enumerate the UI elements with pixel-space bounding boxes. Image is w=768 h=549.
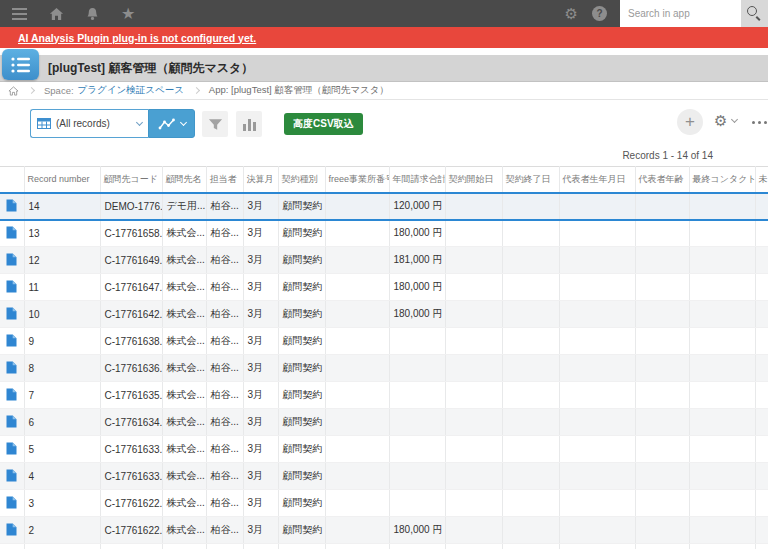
- table-cell: 柏谷...: [206, 328, 243, 355]
- table-cell: [0, 544, 24, 549]
- home-icon[interactable]: [49, 7, 64, 21]
- column-header[interactable]: 契約開始日: [445, 167, 502, 193]
- view-selector-dropdown[interactable]: (All records): [30, 109, 148, 138]
- record-page-icon[interactable]: [6, 473, 17, 484]
- table-cell: 10: [24, 301, 100, 328]
- record-icon-cell[interactable]: [0, 274, 24, 301]
- table-cell: [559, 409, 635, 436]
- table-cell: [635, 328, 689, 355]
- record-page-icon[interactable]: [6, 203, 17, 214]
- column-header[interactable]: 年間請求合計: [389, 167, 445, 193]
- breadcrumb-space-link[interactable]: プラグイン検証スペース: [78, 84, 184, 97]
- record-page-icon[interactable]: [6, 338, 17, 349]
- table-row[interactable]: 7C-17761635...株式会...柏谷...3月顧問契約: [0, 382, 768, 409]
- table-cell: [206, 544, 243, 549]
- table-row[interactable]: 4C-17761633...株式会...柏谷...3月顧問契約: [0, 463, 768, 490]
- table-cell: [325, 220, 389, 247]
- table-cell: 株式会...: [162, 409, 206, 436]
- column-header[interactable]: 担当者: [206, 167, 243, 193]
- table-cell: [325, 382, 389, 409]
- search-input[interactable]: [620, 0, 741, 27]
- record-page-icon[interactable]: [6, 257, 17, 268]
- table-row[interactable]: 2C-17761622...株式会...柏谷...3月顧問契約180,000 円: [0, 517, 768, 544]
- more-options-button[interactable]: [752, 121, 767, 124]
- table-cell: [559, 517, 635, 544]
- table-cell: C-17761622...: [100, 517, 162, 544]
- table-cell: 6: [24, 409, 100, 436]
- favorites-star-icon[interactable]: ★: [121, 6, 135, 22]
- record-page-icon[interactable]: [6, 365, 17, 376]
- column-header[interactable]: 契約終了日: [502, 167, 559, 193]
- column-header[interactable]: Record number: [24, 167, 100, 193]
- table-cell: 顧問契約: [278, 274, 325, 301]
- record-page-icon[interactable]: [6, 284, 17, 295]
- graph-view-button[interactable]: [148, 109, 195, 138]
- table-cell: [389, 544, 445, 549]
- table-row[interactable]: 10C-17761642...株式会...柏谷...3月顧問契約180,000 …: [0, 301, 768, 328]
- record-icon-cell[interactable]: [0, 247, 24, 274]
- column-header[interactable]: 最終コンタクト日: [689, 167, 755, 193]
- table-row[interactable]: 11C-17761647...株式会...柏谷...3月顧問契約180,000 …: [0, 274, 768, 301]
- record-icon-cell[interactable]: [0, 382, 24, 409]
- record-page-icon[interactable]: [6, 527, 17, 538]
- app-icon[interactable]: [2, 49, 39, 80]
- record-icon-cell[interactable]: [0, 328, 24, 355]
- record-icon-cell[interactable]: [0, 436, 24, 463]
- table-cell: [755, 301, 768, 328]
- record-page-icon[interactable]: [6, 446, 17, 457]
- app-settings-button[interactable]: ⚙: [714, 113, 737, 128]
- column-header[interactable]: 代表者年齢: [635, 167, 689, 193]
- record-icon-cell[interactable]: [0, 463, 24, 490]
- record-page-icon[interactable]: [6, 392, 17, 403]
- app-title-bar: [plugTest] 顧客管理（顧問先マスタ）: [0, 55, 768, 82]
- advanced-csv-import-button[interactable]: 高度CSV取込: [284, 113, 363, 135]
- column-header[interactable]: 顧問先名: [162, 167, 206, 193]
- table-cell: [559, 490, 635, 517]
- table-row[interactable]: 12C-17761649...株式会...柏谷...3月顧問契約181,000 …: [0, 247, 768, 274]
- breadcrumb-app-item: App: [plugTest] 顧客管理（顧問先マスタ）: [209, 84, 389, 97]
- add-record-button[interactable]: +: [677, 109, 703, 135]
- table-cell: 3月: [243, 490, 278, 517]
- record-page-icon[interactable]: [6, 230, 17, 241]
- table-cell: 顧問契約: [278, 436, 325, 463]
- help-icon[interactable]: ?: [592, 6, 607, 21]
- notifications-bell-icon[interactable]: [86, 7, 99, 21]
- record-icon-cell[interactable]: [0, 301, 24, 328]
- column-header[interactable]: 契約種別: [278, 167, 325, 193]
- table-row[interactable]: 13C-17761658...株式会...柏谷...3月顧問契約180,000 …: [0, 220, 768, 247]
- spacer-strip: [0, 48, 768, 55]
- table-cell: 4: [24, 463, 100, 490]
- record-icon-cell[interactable]: [0, 193, 24, 220]
- table-cell: [635, 301, 689, 328]
- column-header[interactable]: 決算月: [243, 167, 278, 193]
- hamburger-menu-icon[interactable]: [12, 8, 27, 20]
- column-header[interactable]: 顧問先コード: [100, 167, 162, 193]
- table-row[interactable]: 14DEMO-1776...デモ用...柏谷...3月顧問契約120,000 円: [0, 193, 768, 220]
- record-icon-cell[interactable]: [0, 220, 24, 247]
- table-row[interactable]: 6C-17761634...株式会...柏谷...3月顧問契約: [0, 409, 768, 436]
- table-row[interactable]: 3C-17761622...株式会...柏谷...3月顧問契約: [0, 490, 768, 517]
- table-row[interactable]: 5C-17761633...株式会...柏谷...3月顧問契約: [0, 436, 768, 463]
- record-icon-cell[interactable]: [0, 355, 24, 382]
- table-cell: [559, 463, 635, 490]
- column-header[interactable]: 未コン: [755, 167, 768, 193]
- table-row[interactable]: 8C-17761636...株式会...柏谷...3月顧問契約: [0, 355, 768, 382]
- search-submit-button[interactable]: [741, 0, 768, 27]
- chart-button[interactable]: [236, 111, 262, 137]
- plugin-warning-link[interactable]: AI Analysis Plugin plug-in is not config…: [18, 32, 256, 44]
- column-header[interactable]: 代表者生年月日: [559, 167, 635, 193]
- breadcrumb-home-icon[interactable]: [8, 86, 19, 96]
- record-page-icon[interactable]: [6, 311, 17, 322]
- table-cell: [559, 382, 635, 409]
- record-icon-cell[interactable]: [0, 409, 24, 436]
- record-page-icon[interactable]: [6, 419, 17, 430]
- table-row[interactable]: 9C-17761638...株式会...柏谷...3月顧問契約: [0, 328, 768, 355]
- filter-button[interactable]: [202, 111, 228, 137]
- settings-gear-icon[interactable]: ⚙: [565, 6, 578, 21]
- record-icon-cell[interactable]: [0, 490, 24, 517]
- table-cell: [389, 463, 445, 490]
- column-header[interactable]: freee事業所番号: [325, 167, 389, 193]
- app-search-box: [620, 0, 741, 27]
- record-page-icon[interactable]: [6, 500, 17, 511]
- record-icon-cell[interactable]: [0, 517, 24, 544]
